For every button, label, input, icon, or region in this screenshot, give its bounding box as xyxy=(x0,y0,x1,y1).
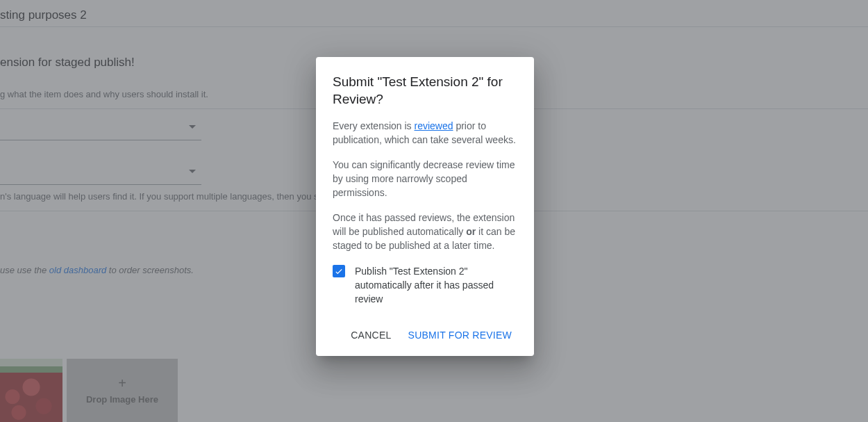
dialog-actions: Cancel Submit for Review xyxy=(333,323,517,348)
p3-bold: or xyxy=(466,226,476,237)
dialog-paragraph-1: Every extension is reviewed prior to pub… xyxy=(333,119,517,147)
auto-publish-label: Publish "Test Extension 2" automatically… xyxy=(355,264,517,306)
dialog-paragraph-2: You can significantly decrease review ti… xyxy=(333,158,517,200)
cancel-button[interactable]: Cancel xyxy=(345,323,397,348)
check-icon xyxy=(334,266,344,276)
p1-prefix: Every extension is xyxy=(333,120,415,131)
dialog-title: Submit "Test Extension 2" for Review? xyxy=(333,74,517,108)
auto-publish-row: Publish "Test Extension 2" automatically… xyxy=(333,264,517,306)
dialog-paragraph-3: Once it has passed reviews, the extensio… xyxy=(333,211,517,252)
reviewed-link[interactable]: reviewed xyxy=(415,120,453,131)
submit-for-review-button[interactable]: Submit for Review xyxy=(403,323,517,348)
submit-review-dialog: Submit "Test Extension 2" for Review? Ev… xyxy=(316,57,534,356)
auto-publish-checkbox[interactable] xyxy=(333,265,345,277)
